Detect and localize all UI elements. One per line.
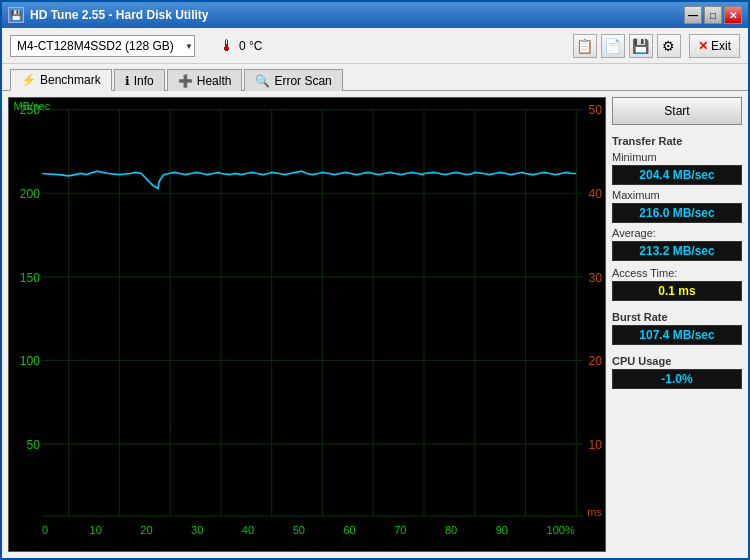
drive-select[interactable]: M4-CT128M4SSD2 (128 GB) <box>10 35 195 57</box>
svg-text:30: 30 <box>588 270 602 284</box>
tab-benchmark[interactable]: ⚡ Benchmark <box>10 69 112 91</box>
cpu-usage-label: CPU Usage <box>612 355 742 367</box>
chart-container: 250 200 150 100 50 MB/sec 50 40 30 20 10… <box>8 97 606 552</box>
svg-text:50: 50 <box>588 103 602 117</box>
svg-text:10: 10 <box>588 438 602 452</box>
title-controls: — □ ✕ <box>684 6 742 24</box>
svg-rect-0 <box>9 98 605 551</box>
svg-text:50: 50 <box>26 438 40 452</box>
svg-text:200: 200 <box>20 187 40 201</box>
minimum-value: 204.4 MB/sec <box>612 165 742 185</box>
burst-rate-value: 107.4 MB/sec <box>612 325 742 345</box>
drive-selector-wrapper: M4-CT128M4SSD2 (128 GB) ▼ <box>10 35 195 57</box>
health-tab-icon: ➕ <box>178 74 193 88</box>
svg-text:70: 70 <box>394 523 406 535</box>
error-scan-tab-label: Error Scan <box>274 74 331 88</box>
thermometer-icon: 🌡 <box>219 37 235 55</box>
save-icon-btn[interactable]: 💾 <box>629 34 653 58</box>
average-label: Average: <box>612 227 742 239</box>
svg-text:50: 50 <box>293 523 305 535</box>
svg-text:30: 30 <box>191 523 203 535</box>
info-tab-label: Info <box>134 74 154 88</box>
svg-text:100: 100 <box>20 354 40 368</box>
svg-text:100%: 100% <box>547 523 575 535</box>
main-content: 250 200 150 100 50 MB/sec 50 40 30 20 10… <box>2 91 748 558</box>
svg-text:10: 10 <box>90 523 102 535</box>
maximize-button[interactable]: □ <box>704 6 722 24</box>
benchmark-chart: 250 200 150 100 50 MB/sec 50 40 30 20 10… <box>9 98 605 551</box>
tab-health[interactable]: ➕ Health <box>167 69 243 91</box>
title-bar: 💾 HD Tune 2.55 - Hard Disk Utility — □ ✕ <box>2 2 748 28</box>
exit-label: Exit <box>711 39 731 53</box>
svg-text:MB/sec: MB/sec <box>13 99 50 111</box>
svg-text:20: 20 <box>140 523 152 535</box>
benchmark-tab-icon: ⚡ <box>21 73 36 87</box>
temperature-value: 0 °C <box>239 39 262 53</box>
average-value: 213.2 MB/sec <box>612 241 742 261</box>
svg-text:80: 80 <box>445 523 457 535</box>
main-window: 💾 HD Tune 2.55 - Hard Disk Utility — □ ✕… <box>0 0 750 560</box>
burst-rate-label: Burst Rate <box>612 311 742 323</box>
start-button[interactable]: Start <box>612 97 742 125</box>
burst-rate-group: Burst Rate 107.4 MB/sec <box>612 307 742 345</box>
exit-x-icon: ✕ <box>698 39 708 53</box>
tab-error-scan[interactable]: 🔍 Error Scan <box>244 69 342 91</box>
svg-text:40: 40 <box>588 187 602 201</box>
minimum-label: Minimum <box>612 151 742 163</box>
svg-text:150: 150 <box>20 270 40 284</box>
cpu-usage-value: -1.0% <box>612 369 742 389</box>
exit-button[interactable]: ✕ Exit <box>689 34 740 58</box>
settings-icon-btn[interactable]: ⚙ <box>657 34 681 58</box>
paste-icon-btn[interactable]: 📄 <box>601 34 625 58</box>
svg-text:20: 20 <box>588 354 602 368</box>
svg-text:40: 40 <box>242 523 254 535</box>
copy-icon-btn[interactable]: 📋 <box>573 34 597 58</box>
temperature-display: 🌡 0 °C <box>219 37 262 55</box>
title-bar-left: 💾 HD Tune 2.55 - Hard Disk Utility <box>8 7 208 23</box>
cpu-usage-group: CPU Usage -1.0% <box>612 351 742 389</box>
benchmark-tab-label: Benchmark <box>40 73 101 87</box>
toolbar: M4-CT128M4SSD2 (128 GB) ▼ 🌡 0 °C 📋 📄 💾 ⚙… <box>2 28 748 64</box>
svg-text:90: 90 <box>496 523 508 535</box>
info-tab-icon: ℹ <box>125 74 130 88</box>
window-title: HD Tune 2.55 - Hard Disk Utility <box>30 8 208 22</box>
toolbar-icons: 📋 📄 💾 ⚙ <box>573 34 681 58</box>
error-scan-tab-icon: 🔍 <box>255 74 270 88</box>
svg-text:ms: ms <box>587 506 602 518</box>
right-panel: Start Transfer Rate Minimum 204.4 MB/sec… <box>612 97 742 552</box>
health-tab-label: Health <box>197 74 232 88</box>
access-time-group: Access Time: 0.1 ms <box>612 267 742 301</box>
transfer-rate-group: Transfer Rate Minimum 204.4 MB/sec Maxim… <box>612 131 742 261</box>
minimize-button[interactable]: — <box>684 6 702 24</box>
access-time-value: 0.1 ms <box>612 281 742 301</box>
maximum-label: Maximum <box>612 189 742 201</box>
maximum-value: 216.0 MB/sec <box>612 203 742 223</box>
tabs-bar: ⚡ Benchmark ℹ Info ➕ Health 🔍 Error Scan <box>2 64 748 91</box>
svg-text:0: 0 <box>42 523 48 535</box>
tab-info[interactable]: ℹ Info <box>114 69 165 91</box>
transfer-rate-label: Transfer Rate <box>612 135 742 147</box>
close-button[interactable]: ✕ <box>724 6 742 24</box>
app-icon: 💾 <box>8 7 24 23</box>
access-time-label: Access Time: <box>612 267 742 279</box>
svg-text:60: 60 <box>343 523 355 535</box>
